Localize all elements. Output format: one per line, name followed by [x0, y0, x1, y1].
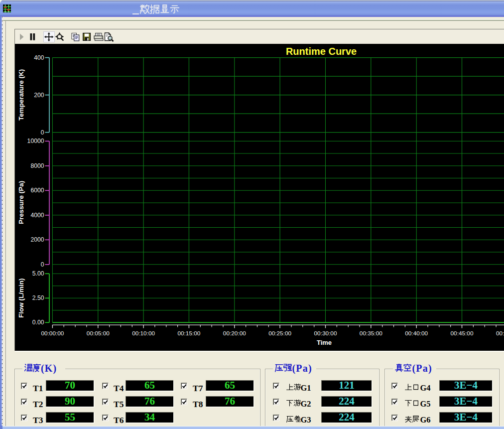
svg-text:4000: 4000 [30, 212, 44, 219]
svg-text:0.00: 0.00 [32, 319, 44, 326]
svg-text:00:45:00: 00:45:00 [451, 329, 474, 336]
svg-text:10000: 10000 [27, 138, 44, 144]
svg-text:8000: 8000 [30, 162, 44, 169]
svg-text:00:10:00: 00:10:00 [132, 329, 155, 336]
svg-text:Flow (L/min): Flow (L/min) [17, 278, 25, 317]
svg-text:0: 0 [41, 129, 44, 136]
svg-text:6000: 6000 [30, 187, 44, 194]
svg-text:00:25:00: 00:25:00 [268, 329, 291, 336]
svg-text:200: 200 [34, 91, 44, 98]
svg-text:400: 400 [34, 54, 44, 61]
svg-text:00:20:00: 00:20:00 [223, 329, 246, 336]
svg-text:Temperature (K): Temperature (K) [17, 69, 25, 120]
svg-text:2000: 2000 [30, 236, 44, 243]
svg-text:00:05:00: 00:05:00 [87, 329, 110, 336]
svg-text:00:40:00: 00:40:00 [405, 329, 428, 336]
svg-text:00:15:00: 00:15:00 [177, 329, 200, 336]
svg-text:Time: Time [317, 339, 332, 346]
svg-text:0: 0 [41, 261, 44, 268]
svg-text:5.00: 5.00 [32, 270, 44, 277]
svg-text:00:00:00: 00:00:00 [41, 329, 64, 336]
svg-text:00:35:00: 00:35:00 [360, 329, 382, 336]
svg-text:Runtime Curve: Runtime Curve [286, 46, 357, 57]
svg-text:2.50: 2.50 [32, 294, 44, 301]
svg-text:00:50:00: 00:50:00 [496, 329, 504, 336]
svg-text:Pressure (Pa): Pressure (Pa) [17, 180, 25, 224]
svg-text:00:30:00: 00:30:00 [314, 329, 337, 336]
